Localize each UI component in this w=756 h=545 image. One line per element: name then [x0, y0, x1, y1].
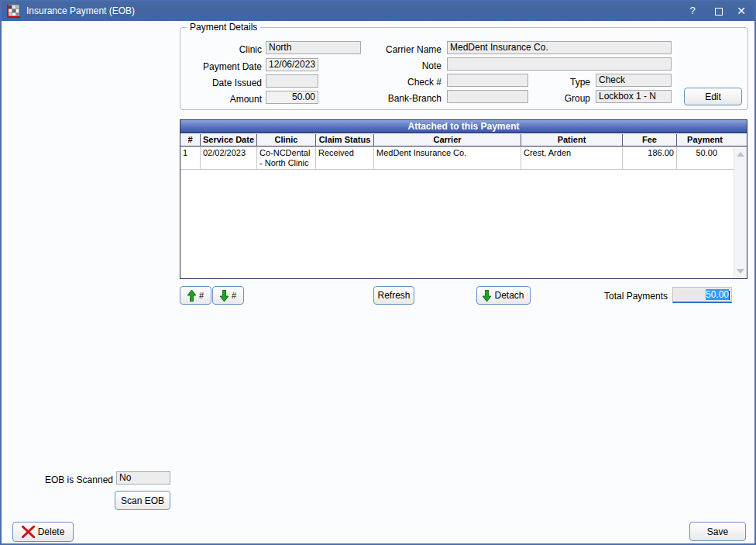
col-header-fee[interactable]: Fee: [623, 134, 677, 146]
bank-branch-label: Bank-Branch: [358, 93, 442, 104]
close-button[interactable]: ✕: [733, 2, 750, 21]
type-field[interactable]: Check: [596, 74, 672, 87]
move-down-label: #: [232, 291, 236, 300]
cell-claim-status: Received: [316, 147, 374, 169]
detach-button[interactable]: Detach: [476, 286, 531, 305]
note-field[interactable]: [447, 57, 672, 71]
total-payments-label: Total Payments: [590, 291, 668, 302]
type-label: Type: [544, 77, 590, 88]
edit-button-label: Edit: [705, 91, 721, 102]
total-payments-selected-text: 50.00: [706, 289, 729, 300]
scroll-down-icon[interactable]: [737, 269, 744, 274]
cell-payment: 50.00: [677, 147, 720, 169]
grid-header-row: # Service Date Clinic Claim Status Carri…: [180, 134, 747, 147]
scan-eob-button[interactable]: Scan EOB: [115, 491, 170, 510]
grid-title: Attached to this Payment: [180, 120, 747, 133]
app-grid-icon: [7, 5, 20, 18]
bank-branch-field[interactable]: [447, 90, 528, 103]
clinic-label: Clinic: [184, 44, 262, 55]
col-header-num[interactable]: #: [180, 134, 201, 146]
check-number-label: Check #: [358, 77, 442, 88]
col-header-claim-status[interactable]: Claim Status: [316, 134, 374, 146]
col-header-payment[interactable]: Payment: [677, 134, 733, 146]
amount-field[interactable]: 50.00: [266, 91, 318, 104]
eob-scanned-label: EOB is Scanned: [33, 474, 113, 485]
refresh-button[interactable]: Refresh: [373, 286, 414, 305]
group-field[interactable]: Lockbox 1 - N: [596, 90, 672, 103]
scan-eob-button-label: Scan EOB: [121, 495, 164, 506]
carrier-name-field[interactable]: MedDent Insurance Co.: [447, 41, 672, 54]
move-up-button[interactable]: #: [180, 286, 211, 305]
payment-date-field[interactable]: 12/06/2023: [266, 58, 318, 71]
carrier-name-label: Carrier Name: [358, 44, 442, 55]
col-header-carrier[interactable]: Carrier: [374, 134, 521, 146]
delete-button[interactable]: Delete: [12, 522, 74, 542]
table-row[interactable]: 1 02/02/2023 Co-NCDental - North Clinic …: [180, 147, 734, 170]
cell-num: 1: [180, 147, 201, 169]
title-bar[interactable]: Insurance Payment (EOB) ? ✕: [2, 2, 754, 21]
move-down-button[interactable]: #: [212, 286, 244, 305]
text-cursor: [729, 291, 730, 300]
green-down-arrow-icon: [483, 290, 491, 302]
cell-clinic: Co-NCDental - North Clinic: [257, 147, 316, 169]
col-header-patient[interactable]: Patient: [521, 134, 623, 146]
amount-label: Amount: [184, 94, 262, 105]
save-button[interactable]: Save: [689, 522, 746, 541]
payment-details-legend: Payment Details: [187, 22, 260, 33]
clinic-field[interactable]: North: [266, 41, 361, 54]
help-button[interactable]: ?: [685, 2, 700, 21]
group-label: Group: [544, 93, 590, 104]
maximize-button[interactable]: [711, 2, 727, 21]
attached-payments-grid: Attached to this Payment # Service Date …: [180, 119, 747, 279]
edit-button[interactable]: Edit: [684, 88, 742, 105]
col-header-clinic[interactable]: Clinic: [257, 134, 316, 146]
delete-button-label: Delete: [38, 526, 65, 537]
grid-vertical-scrollbar[interactable]: [734, 147, 747, 278]
check-number-field[interactable]: [447, 74, 528, 87]
date-issued-label: Date Issued: [184, 78, 262, 88]
green-down-arrow-icon: [220, 290, 229, 302]
note-label: Note: [358, 60, 442, 71]
maximize-icon: [715, 8, 723, 16]
total-payments-field[interactable]: 50.00: [672, 287, 732, 303]
green-up-arrow-icon: [187, 290, 196, 302]
window-title: Insurance Payment (EOB): [26, 2, 135, 21]
col-header-service-date[interactable]: Service Date: [201, 134, 257, 146]
grid-body: 1 02/02/2023 Co-NCDental - North Clinic …: [180, 147, 734, 278]
refresh-button-label: Refresh: [377, 290, 410, 301]
date-issued-field[interactable]: [266, 74, 318, 88]
detach-button-label: Detach: [494, 290, 524, 301]
insurance-payment-window: Insurance Payment (EOB) ? ✕ Payment Deta…: [0, 0, 756, 545]
save-button-label: Save: [707, 526, 728, 537]
red-x-icon: [22, 526, 35, 538]
move-up-label: #: [199, 291, 204, 300]
cell-carrier: MedDent Insurance Co.: [374, 147, 521, 169]
scroll-up-icon[interactable]: [737, 152, 744, 157]
eob-scanned-field[interactable]: No: [116, 471, 170, 485]
cell-service-date: 02/02/2023: [201, 147, 257, 169]
cell-fee: 186.00: [623, 147, 677, 169]
payment-date-label: Payment Date: [184, 61, 262, 72]
cell-patient: Crest, Arden: [521, 147, 623, 169]
